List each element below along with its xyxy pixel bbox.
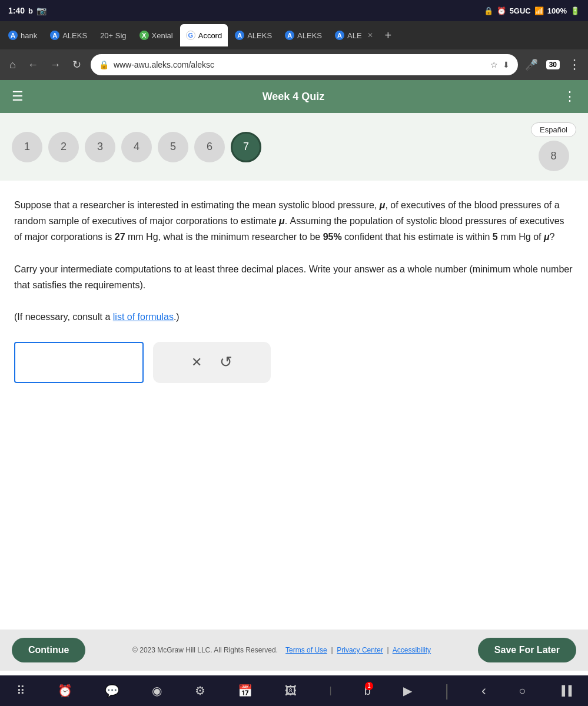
question-nav-1[interactable]: 1 <box>12 132 42 162</box>
alarm-icon: ⏰ <box>497 6 506 15</box>
android-home-button[interactable]: ○ <box>519 684 526 698</box>
question-nav-4[interactable]: 4 <box>121 132 152 162</box>
question-paragraph-2: Carry your intermediate computations to … <box>14 261 574 293</box>
tab-aleks2[interactable]: A ALEKS <box>229 24 278 46</box>
android-b-icon[interactable]: b 1 <box>364 684 371 698</box>
accessibility-link[interactable]: Accessibility <box>393 646 431 654</box>
tab-bar: A hank A ALEKS 20+ Sig X Xenial G Accord… <box>0 21 588 49</box>
tab-icon-xenial: X <box>139 31 149 40</box>
android-back-button[interactable]: ‹ <box>481 682 486 699</box>
main-content: Suppose that a researcher is interested … <box>0 181 588 524</box>
question-text: Suppose that a researcher is interested … <box>14 197 574 325</box>
tab-count-badge[interactable]: 30 <box>546 60 560 69</box>
status-right: 🔒 ⏰ 5GUC 📶 100% 🔋 <box>484 6 580 15</box>
status-left: 1:40 b 📷 <box>8 6 46 15</box>
tab-icon-hank: A <box>8 31 18 40</box>
more-options-icon[interactable]: ⋮ <box>568 57 581 72</box>
answer-input[interactable] <box>22 356 135 368</box>
action-buttons: ✕ ↺ <box>153 342 271 383</box>
tab-aleks1[interactable]: A ALEKS <box>44 24 93 46</box>
tab-icon-accord: G <box>186 31 195 40</box>
android-calendar-icon[interactable]: 📅 <box>238 684 253 698</box>
android-youtube-icon[interactable]: ▶ <box>403 684 412 698</box>
answer-input-box[interactable] <box>14 342 144 383</box>
refresh-button[interactable]: ↻ <box>70 56 84 74</box>
android-settings-icon[interactable]: ⚙ <box>195 684 205 698</box>
network-type: 5GUC <box>510 6 531 15</box>
espanol-button[interactable]: Español <box>531 122 576 137</box>
question-nav-6[interactable]: 6 <box>194 132 225 162</box>
clear-button[interactable]: ✕ <box>191 355 202 370</box>
reset-button[interactable]: ↺ <box>220 353 232 371</box>
question-nav-7[interactable]: 7 <box>231 132 261 162</box>
android-recent1-icon[interactable]: ⏰ <box>58 684 72 698</box>
tab-label-aleks2: ALEKS <box>247 31 272 40</box>
question-nav-8[interactable]: 8 <box>539 141 569 171</box>
question-nav: 1 2 3 4 5 6 7 Español 8 <box>0 113 588 181</box>
value-27: 27 <box>115 232 125 242</box>
tab-icon-aleks3: A <box>285 31 294 40</box>
tab-icon-aleks1: A <box>50 31 59 40</box>
android-chrome-icon[interactable]: ◉ <box>152 684 162 698</box>
back-button[interactable]: ← <box>25 56 41 74</box>
mu-symbol-3: μ <box>544 232 550 242</box>
value-5: 5 <box>493 232 498 242</box>
question-nav-5[interactable]: 5 <box>158 132 188 162</box>
home-nav-button[interactable]: ⌂ <box>7 56 18 74</box>
continue-button[interactable]: Continue <box>12 638 85 662</box>
tab-label-hank: hank <box>21 31 37 40</box>
formula-link[interactable]: list of formulas <box>113 312 174 322</box>
footer-text-inline: © 2023 McGraw Hill LLC. All Rights Reser… <box>132 646 431 654</box>
tab-hank[interactable]: A hank <box>2 24 43 46</box>
tab-label-accord: Accord <box>198 31 222 40</box>
android-apps-button[interactable]: ⠿ <box>16 684 25 698</box>
mu-symbol-2: μ <box>279 216 285 226</box>
espanol-wrap: Español 8 <box>531 122 576 171</box>
tab-label-aleks4: ALE <box>347 31 362 40</box>
header-menu-dots-icon[interactable]: ⋮ <box>563 89 576 104</box>
forward-button[interactable]: → <box>48 56 63 74</box>
quiz-header: ☰ Week 4 Quiz ⋮ <box>0 80 588 113</box>
android-divider2: | <box>444 681 449 700</box>
download-icon[interactable]: ⬇ <box>503 60 510 69</box>
terms-of-use-link[interactable]: Terms of Use <box>285 646 327 654</box>
privacy-center-link[interactable]: Privacy Center <box>337 646 383 654</box>
signal-bars-icon: 📶 <box>534 6 544 15</box>
status-b-icon: b <box>28 6 33 15</box>
formula-prefix: (If necessary, consult a <box>14 312 113 322</box>
tab-icon-aleks4: A <box>335 31 344 40</box>
tab-accord[interactable]: G Accord <box>180 24 228 46</box>
tab-icon-aleks2: A <box>235 31 244 40</box>
hamburger-icon[interactable]: ☰ <box>12 89 24 104</box>
android-recents-button[interactable]: ▐▐ <box>559 685 572 696</box>
formula-suffix: .) <box>174 312 180 322</box>
answer-area: ✕ ↺ <box>14 342 574 383</box>
new-tab-button[interactable]: + <box>380 26 397 45</box>
status-photo-icon: 📷 <box>36 6 46 15</box>
tab-20sig[interactable]: 20+ Sig <box>94 24 132 46</box>
android-gallery-icon[interactable]: 🖼 <box>285 684 297 698</box>
lock-icon: 🔒 <box>484 6 493 15</box>
star-icon[interactable]: ☆ <box>490 60 498 69</box>
address-right: 🎤 30 ⋮ <box>525 57 581 72</box>
battery-percentage: 100% <box>547 6 567 15</box>
copyright-text: © 2023 McGraw Hill LLC. All Rights Reser… <box>132 646 278 654</box>
mu-symbol-1: μ <box>380 200 386 210</box>
tab-aleks3[interactable]: A ALEKS <box>279 24 328 46</box>
url-box[interactable]: 🔒 www-awu.aleks.com/aleksc ☆ ⬇ <box>91 54 518 75</box>
tab-close-aleks4[interactable]: ✕ <box>367 31 373 39</box>
quiz-title: Week 4 Quiz <box>263 91 325 103</box>
question-nav-2[interactable]: 2 <box>48 132 79 162</box>
tab-xenial[interactable]: X Xenial <box>134 24 179 46</box>
address-bar: ⌂ ← → ↻ 🔒 www-awu.aleks.com/aleksc ☆ ⬇ 🎤… <box>0 49 588 80</box>
android-recent2-icon[interactable]: 💬 <box>105 684 119 698</box>
android-nav-bar: ⠿ ⏰ 💬 ◉ ⚙ 📅 🖼 | b 1 ▶ | ‹ ○ ▐▐ <box>0 675 588 706</box>
status-time: 1:40 <box>8 6 25 15</box>
save-for-later-button[interactable]: Save For Later <box>478 638 576 662</box>
tab-aleks4[interactable]: A ALE ✕ <box>329 24 379 46</box>
question-nav-3[interactable]: 3 <box>85 132 115 162</box>
url-text: www-awu.aleks.com/aleksc <box>114 60 486 69</box>
tab-label-aleks3: ALEKS <box>297 31 322 40</box>
tab-label-20sig: 20+ Sig <box>100 31 126 40</box>
mic-icon[interactable]: 🎤 <box>525 58 538 71</box>
